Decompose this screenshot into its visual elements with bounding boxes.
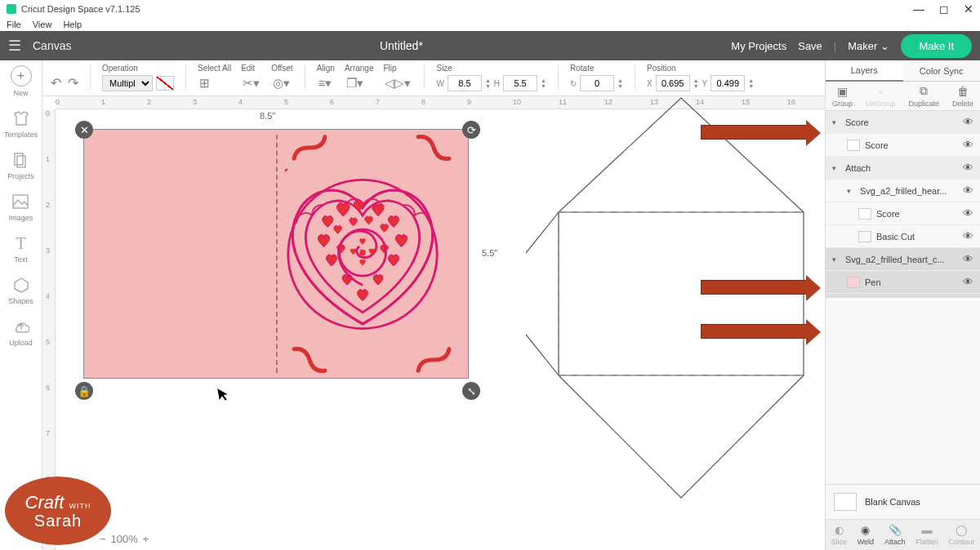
rail-upload[interactable]: Upload — [9, 317, 33, 347]
layer-row[interactable]: Score👁 — [826, 134, 980, 157]
menu-help[interactable]: Help — [63, 20, 82, 29]
menu-file[interactable]: File — [7, 20, 21, 29]
svg-rect-1 — [17, 156, 25, 167]
y-input[interactable] — [710, 75, 745, 91]
layer-row[interactable]: ▾Svg_a2_frilled_heart_c...👁 — [826, 248, 980, 271]
lock-handle[interactable]: 🔒 — [75, 382, 93, 400]
menu-bar: File View Help — [0, 18, 980, 31]
align-button[interactable]: ≡▾ — [317, 76, 334, 91]
duplicate-icon: ⧉ — [920, 84, 928, 98]
flatten-button[interactable]: ▬Flatten — [915, 524, 938, 546]
rail-images[interactable]: Images — [9, 192, 33, 222]
shapes-icon — [11, 275, 31, 295]
flatten-icon: ▬ — [921, 524, 932, 536]
duplicate-button[interactable]: ⧉Duplicate — [908, 84, 939, 108]
slice-button[interactable]: ◐Slice — [831, 524, 847, 546]
visibility-icon[interactable]: 👁 — [963, 184, 973, 197]
select-all-button[interactable]: ⊞ — [198, 76, 212, 91]
layer-row[interactable]: Basic Cut👁 — [826, 225, 980, 248]
layer-name: Pen — [865, 277, 958, 287]
ruler-tick: 0 — [46, 109, 50, 118]
close-button[interactable]: ✕ — [964, 2, 973, 16]
contour-button[interactable]: ◯Contour — [949, 524, 975, 546]
watermark-logo: Craft WITH Sarah — [5, 477, 111, 545]
x-input[interactable] — [656, 75, 690, 91]
offset-button[interactable]: ◎▾ — [271, 76, 292, 91]
rail-templates[interactable]: Templates — [4, 109, 38, 139]
undo-button[interactable]: ↶ — [51, 75, 61, 91]
chevron-down-icon: ▾ — [847, 187, 855, 195]
layer-row[interactable]: Pen👁 — [826, 271, 980, 294]
canvas-area[interactable]: 012345678910111213141516 0123456789 8.5"… — [42, 96, 825, 550]
visibility-icon[interactable]: 👁 — [963, 276, 973, 288]
save-link[interactable]: Save — [798, 40, 822, 52]
machine-selector[interactable]: Maker⌄ — [848, 40, 889, 52]
zoom-control[interactable]: − 100% + — [100, 533, 149, 545]
annotation-arrow — [701, 125, 807, 140]
ungroup-button[interactable]: ▫UnGroup — [866, 85, 896, 108]
hamburger-icon[interactable]: ☰ — [8, 37, 21, 55]
delete-handle[interactable]: ✕ — [75, 121, 93, 139]
rotate-handle[interactable]: ⟳ — [462, 121, 480, 139]
ruler-tick: 1 — [101, 98, 105, 106]
make-it-button[interactable]: Make It — [901, 34, 972, 58]
blank-swatch — [834, 493, 857, 511]
zoom-out-icon[interactable]: − — [100, 533, 106, 545]
visibility-icon[interactable]: 👁 — [963, 253, 973, 265]
visibility-icon[interactable]: 👁 — [963, 230, 973, 242]
layer-row[interactable]: ▾Score👁 — [826, 111, 980, 134]
rail-new[interactable]: +New — [11, 65, 32, 97]
annotation-arrow — [701, 280, 807, 295]
visibility-icon[interactable]: 👁 — [963, 162, 973, 174]
tab-layers[interactable]: Layers — [826, 60, 903, 82]
layer-name: Score — [865, 140, 958, 150]
edit-button[interactable]: ✂▾ — [241, 76, 261, 91]
visibility-icon[interactable]: 👁 — [963, 116, 973, 128]
weld-button[interactable]: ◉Weld — [858, 524, 874, 546]
svg-rect-0 — [15, 153, 23, 165]
layer-row[interactable]: ▾Svg_a2_frilled_hear...👁 — [826, 180, 980, 202]
document-title[interactable]: Untitled* — [71, 39, 731, 52]
corner-flourish — [288, 343, 331, 378]
blank-canvas-row[interactable]: Blank Canvas — [826, 484, 980, 519]
layer-swatch — [858, 208, 871, 220]
maximize-button[interactable]: ◻ — [939, 2, 949, 16]
chevron-down-icon: ▾ — [832, 118, 840, 126]
operation-label: Operation — [102, 64, 174, 73]
layer-name: Svg_a2_frilled_heart_c... — [845, 255, 958, 264]
width-input[interactable] — [448, 75, 482, 91]
zoom-in-icon[interactable]: + — [143, 533, 149, 545]
group-button[interactable]: ▣Group — [832, 85, 853, 108]
corner-flourish — [412, 131, 455, 166]
resize-handle[interactable]: ⤡ — [462, 382, 480, 400]
visibility-icon[interactable]: 👁 — [963, 207, 973, 220]
color-swatch[interactable] — [156, 76, 174, 91]
svg-rect-2 — [13, 195, 28, 208]
attach-button[interactable]: 📎Attach — [884, 524, 906, 546]
flip-button[interactable]: ◁▷▾ — [383, 76, 412, 91]
visibility-icon[interactable]: 👁 — [963, 139, 973, 151]
layer-swatch — [858, 231, 871, 242]
rotate-input[interactable] — [580, 75, 614, 91]
rail-projects[interactable]: Projects — [7, 150, 34, 180]
redo-button[interactable]: ↷ — [68, 75, 78, 91]
card-object[interactable] — [83, 129, 469, 379]
arrange-button[interactable]: ❐▾ — [345, 76, 365, 91]
rail-text[interactable]: TText — [11, 233, 31, 264]
rail-shapes[interactable]: Shapes — [8, 275, 33, 305]
envelope-object[interactable] — [526, 96, 825, 530]
minimize-button[interactable]: — — [913, 2, 924, 16]
ruler-tick: 0 — [56, 98, 60, 106]
heart-artwork[interactable] — [285, 169, 440, 332]
height-input[interactable] — [503, 75, 537, 91]
delete-button[interactable]: 🗑Delete — [952, 85, 973, 108]
menu-view[interactable]: View — [33, 20, 52, 29]
annotation-arrow — [701, 324, 807, 339]
layer-row[interactable]: ▾Attach👁 — [826, 157, 980, 180]
layer-row[interactable]: Score👁 — [826, 202, 980, 225]
corner-flourish — [288, 131, 331, 166]
svg-marker-3 — [15, 278, 28, 292]
tab-color-sync[interactable]: Color Sync — [903, 60, 981, 82]
operation-select[interactable]: Multiple — [102, 75, 153, 91]
my-projects-link[interactable]: My Projects — [731, 40, 786, 52]
